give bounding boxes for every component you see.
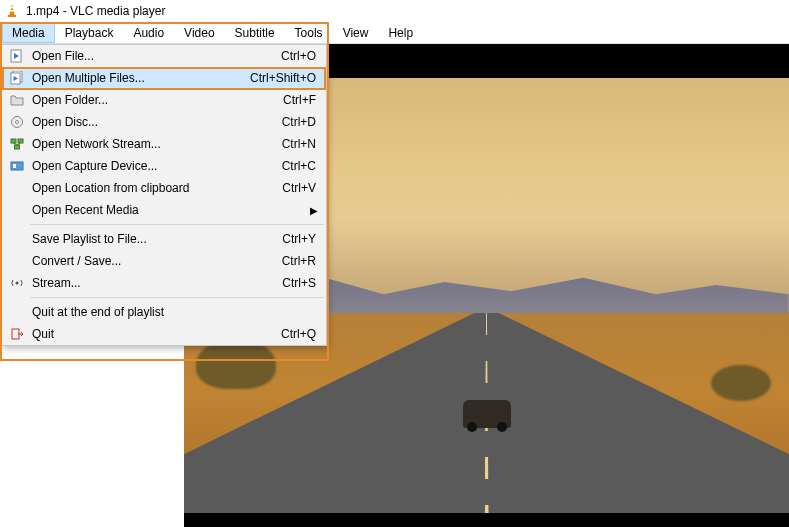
menu-shortcut: Ctrl+V bbox=[282, 181, 316, 195]
menu-label: Open Location from clipboard bbox=[28, 181, 282, 195]
svg-rect-13 bbox=[15, 145, 20, 149]
menubar-playback[interactable]: Playback bbox=[55, 23, 124, 43]
window-title: 1.mp4 - VLC media player bbox=[26, 4, 165, 18]
menu-shortcut: Ctrl+Y bbox=[282, 232, 316, 246]
menu-open-disc[interactable]: Open Disc... Ctrl+D bbox=[2, 111, 326, 133]
svg-marker-0 bbox=[10, 4, 15, 15]
menu-label: Open Recent Media bbox=[28, 203, 316, 217]
menu-open-recent-media[interactable]: Open Recent Media ▶ bbox=[2, 199, 326, 221]
network-icon bbox=[6, 137, 28, 151]
menu-label: Quit bbox=[28, 327, 281, 341]
menu-convert-save[interactable]: Convert / Save... Ctrl+R bbox=[2, 250, 326, 272]
menu-separator bbox=[30, 224, 324, 225]
menu-shortcut: Ctrl+Q bbox=[281, 327, 316, 341]
stream-icon bbox=[6, 276, 28, 290]
menu-label: Open Network Stream... bbox=[28, 137, 282, 151]
svg-point-10 bbox=[16, 121, 19, 124]
menu-label: Quit at the end of playlist bbox=[28, 305, 316, 319]
menu-open-file[interactable]: Open File... Ctrl+O bbox=[2, 45, 326, 67]
menu-shortcut: Ctrl+R bbox=[282, 254, 316, 268]
menubar-tools[interactable]: Tools bbox=[285, 23, 333, 43]
menu-separator bbox=[30, 297, 324, 298]
menu-label: Save Playlist to File... bbox=[28, 232, 282, 246]
menubar-view[interactable]: View bbox=[333, 23, 379, 43]
menu-label: Open Folder... bbox=[28, 93, 283, 107]
title-bar: 1.mp4 - VLC media player bbox=[0, 0, 789, 22]
menu-open-network-stream[interactable]: Open Network Stream... Ctrl+N bbox=[2, 133, 326, 155]
menu-shortcut: Ctrl+S bbox=[282, 276, 316, 290]
capture-card-icon bbox=[6, 159, 28, 173]
menu-bar: Media Playback Audio Video Subtitle Tool… bbox=[0, 22, 789, 44]
menu-open-folder[interactable]: Open Folder... Ctrl+F bbox=[2, 89, 326, 111]
media-menu-dropdown: Open File... Ctrl+O Open Multiple Files.… bbox=[1, 44, 327, 346]
menu-label: Open Multiple Files... bbox=[28, 71, 250, 85]
menu-open-location-clipboard[interactable]: Open Location from clipboard Ctrl+V bbox=[2, 177, 326, 199]
file-play-icon bbox=[6, 49, 28, 63]
menu-label: Stream... bbox=[28, 276, 282, 290]
menubar-subtitle[interactable]: Subtitle bbox=[225, 23, 285, 43]
menu-shortcut: Ctrl+D bbox=[282, 115, 316, 129]
svg-rect-3 bbox=[8, 15, 16, 17]
menu-quit-at-end[interactable]: Quit at the end of playlist bbox=[2, 301, 326, 323]
svg-rect-16 bbox=[11, 162, 23, 170]
svg-rect-12 bbox=[18, 139, 23, 143]
menu-label: Open Disc... bbox=[28, 115, 282, 129]
disc-icon bbox=[6, 115, 28, 129]
files-play-icon bbox=[6, 71, 28, 85]
vlc-cone-icon bbox=[4, 3, 20, 19]
menubar-video[interactable]: Video bbox=[174, 23, 224, 43]
menu-label: Convert / Save... bbox=[28, 254, 282, 268]
menu-label: Open File... bbox=[28, 49, 281, 63]
menu-shortcut: Ctrl+C bbox=[282, 159, 316, 173]
menu-shortcut: Ctrl+F bbox=[283, 93, 316, 107]
menu-open-capture-device[interactable]: Open Capture Device... Ctrl+C bbox=[2, 155, 326, 177]
svg-rect-11 bbox=[11, 139, 16, 143]
menu-shortcut: Ctrl+O bbox=[281, 49, 316, 63]
svg-rect-17 bbox=[13, 164, 16, 168]
menu-stream[interactable]: Stream... Ctrl+S bbox=[2, 272, 326, 294]
menubar-media[interactable]: Media bbox=[2, 23, 55, 43]
menubar-audio[interactable]: Audio bbox=[123, 23, 174, 43]
svg-rect-1 bbox=[10, 7, 14, 9]
menu-shortcut: Ctrl+Shift+O bbox=[250, 71, 316, 85]
menubar-help[interactable]: Help bbox=[378, 23, 423, 43]
svg-rect-19 bbox=[12, 329, 19, 339]
menu-open-multiple-files[interactable]: Open Multiple Files... Ctrl+Shift+O bbox=[2, 67, 326, 89]
submenu-arrow-icon: ▶ bbox=[310, 205, 318, 216]
menu-quit[interactable]: Quit Ctrl+Q bbox=[2, 323, 326, 345]
folder-icon bbox=[6, 93, 28, 107]
exit-icon bbox=[6, 327, 28, 341]
menu-shortcut: Ctrl+N bbox=[282, 137, 316, 151]
svg-point-18 bbox=[16, 282, 19, 285]
svg-rect-2 bbox=[10, 10, 15, 12]
menu-save-playlist[interactable]: Save Playlist to File... Ctrl+Y bbox=[2, 228, 326, 250]
menu-label: Open Capture Device... bbox=[28, 159, 282, 173]
